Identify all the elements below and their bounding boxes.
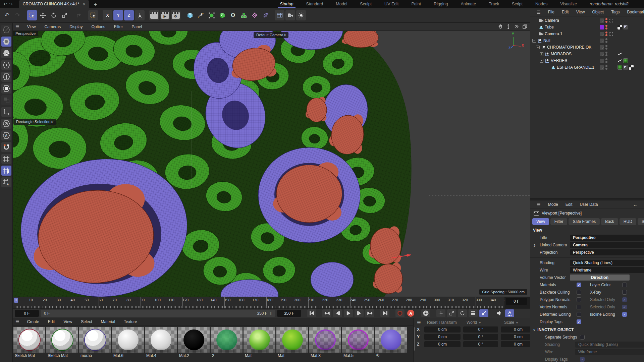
- mode-dropdown[interactable]: Scale▼: [504, 320, 533, 325]
- polygon-normals-checkbox[interactable]: [577, 297, 581, 302]
- materials-checkbox[interactable]: ✓: [577, 283, 581, 287]
- materials-menu-icon[interactable]: ☰: [15, 319, 19, 324]
- texture-mode-button[interactable]: [1, 48, 11, 58]
- attribute-menu-item[interactable]: User Data: [576, 202, 601, 207]
- visibility-dots[interactable]: [605, 32, 608, 36]
- next-key-button[interactable]: [365, 309, 374, 317]
- material-name[interactable]: Mat: [276, 353, 308, 359]
- material-item[interactable]: Mat: [244, 327, 275, 359]
- phong-tag-icon[interactable]: [623, 65, 628, 70]
- material-name[interactable]: Mat.4: [145, 353, 177, 359]
- reset-transform-button[interactable]: Reset Transform: [427, 320, 464, 325]
- goto-end-button[interactable]: [380, 309, 389, 317]
- layout-tab[interactable]: UV Edit: [384, 2, 398, 6]
- keyframe-settings-button[interactable]: [421, 309, 430, 317]
- material-preview[interactable]: [342, 327, 374, 353]
- wire-dropdown[interactable]: Wireframe: [570, 267, 644, 273]
- redo-button[interactable]: ↷: [13, 10, 22, 20]
- viewport-canvas[interactable]: Perspective Default Camera 🞂 Rectangle S…: [13, 31, 530, 297]
- timeline-ruler[interactable]: 0102030405060708090100110120130140150160…: [13, 297, 504, 308]
- object-row-esfera-grande[interactable]: ESFERA GRANDE.1: [530, 64, 644, 71]
- key-scale-button[interactable]: [447, 309, 456, 317]
- layout-tab[interactable]: renderbaron_redshift: [590, 2, 629, 6]
- object-manager-menu-item[interactable]: Edit: [558, 10, 573, 14]
- object-row-verdes[interactable]: + VERDES: [530, 57, 644, 64]
- object-manager-menu-item[interactable]: Tags: [607, 10, 623, 14]
- materials-menu-item[interactable]: Select: [76, 319, 96, 324]
- close-tab-icon[interactable]: ×: [83, 2, 86, 7]
- coordinates-scrollbar[interactable]: [414, 327, 415, 351]
- material-name[interactable]: Sketch Mat: [46, 353, 78, 359]
- material-item[interactable]: Mat: [276, 327, 308, 359]
- expand-toggle-icon[interactable]: +: [540, 52, 543, 56]
- layout-tab[interactable]: Animate: [461, 2, 476, 6]
- sketch-style-tag-icon[interactable]: [618, 58, 622, 63]
- previous-frame-button[interactable]: [333, 309, 342, 317]
- x-ray-checkbox[interactable]: [622, 290, 627, 295]
- axis-x-lock-button[interactable]: X: [103, 10, 112, 20]
- material-item[interactable]: morao: [79, 327, 111, 359]
- scene-camera-toggle-icon[interactable]: [609, 32, 613, 36]
- toggle-views-icon[interactable]: [522, 24, 527, 29]
- subdivision-surface-menu[interactable]: [207, 10, 216, 20]
- layer-color-checkbox[interactable]: [622, 283, 627, 287]
- position-y-field[interactable]: 0 cm: [424, 334, 461, 340]
- layout-tab[interactable]: Rigging: [434, 2, 448, 6]
- position-z-field[interactable]: 0 cm: [424, 341, 461, 347]
- layer-box[interactable]: [600, 45, 604, 50]
- material-item[interactable]: Mat.6: [112, 327, 144, 359]
- edges-mode-button[interactable]: [1, 72, 11, 82]
- viewport-menu-item[interactable]: Panel: [127, 24, 147, 29]
- layer-box[interactable]: [600, 18, 604, 23]
- render-picture-viewer-button[interactable]: ▶: [160, 10, 170, 20]
- phong-tag-icon[interactable]: [623, 25, 628, 29]
- layout-tab[interactable]: Model: [336, 2, 347, 6]
- dolly-zoom-icon[interactable]: [506, 24, 511, 29]
- attribute-tab[interactable]: View: [532, 218, 549, 225]
- object-manager-empty-area[interactable]: [530, 71, 644, 198]
- material-item[interactable]: Mat.2: [178, 327, 210, 359]
- material-item[interactable]: Mat.3: [309, 327, 341, 359]
- viewport-menu-item[interactable]: Options: [87, 24, 110, 29]
- history-tool[interactable]: [74, 10, 84, 20]
- material-preview[interactable]: [211, 327, 243, 353]
- current-frame-box[interactable]: 0 F: [506, 298, 527, 305]
- viewport-filter-button[interactable]: A: [1, 130, 11, 140]
- model-mode-button[interactable]: [1, 37, 11, 47]
- sound-button[interactable]: [494, 309, 503, 317]
- tube-color-swatch[interactable]: [600, 25, 604, 29]
- material-preview[interactable]: [112, 327, 144, 353]
- materials-menu-item[interactable]: Texture: [119, 319, 141, 324]
- snap-button[interactable]: [1, 142, 11, 152]
- materials-menu-item[interactable]: View: [59, 319, 76, 324]
- rotate-tool[interactable]: [49, 10, 58, 20]
- inactive-object-section[interactable]: ∨INACTIVE OBJECT: [530, 325, 644, 334]
- layout-tab[interactable]: Startup: [280, 2, 293, 6]
- object-row-chromatophore[interactable]: − CHROMATOPHORE OK: [530, 44, 644, 51]
- play-button[interactable]: [344, 309, 353, 317]
- object-row-null[interactable]: − Null: [530, 37, 644, 44]
- materials-menu-item[interactable]: Edit: [44, 319, 59, 324]
- workplane-button[interactable]: [1, 154, 11, 164]
- new-tab-button[interactable]: +: [94, 1, 97, 7]
- object-manager-menu-item[interactable]: View: [573, 10, 589, 14]
- light-menu[interactable]: [296, 10, 306, 20]
- separate-settings-checkbox[interactable]: [580, 335, 585, 340]
- viewport-menu-item[interactable]: View: [23, 24, 40, 29]
- current-frame-field[interactable]: 0 F: [15, 310, 39, 317]
- orbit-rotate-icon[interactable]: [514, 24, 519, 29]
- lock-workplane-button[interactable]: [1, 166, 11, 176]
- sketch-style-tag-icon[interactable]: [618, 52, 622, 56]
- undo-button[interactable]: ↶: [2, 10, 12, 20]
- layer-box[interactable]: [600, 65, 604, 70]
- simulate-menu[interactable]: [275, 10, 284, 20]
- material-preview[interactable]: [375, 327, 407, 353]
- selection-tool-menu[interactable]: [88, 10, 98, 20]
- visibility-dots[interactable]: [605, 52, 608, 56]
- vertex-normals-checkbox[interactable]: [577, 305, 581, 309]
- material-name[interactable]: Mat.3: [309, 353, 341, 359]
- attribute-menu-icon[interactable]: ☰: [533, 202, 544, 207]
- layer-box[interactable]: [600, 39, 604, 43]
- object-manager-menu-item[interactable]: Bookmarks: [624, 10, 644, 14]
- material-item[interactable]: ®: [375, 327, 407, 359]
